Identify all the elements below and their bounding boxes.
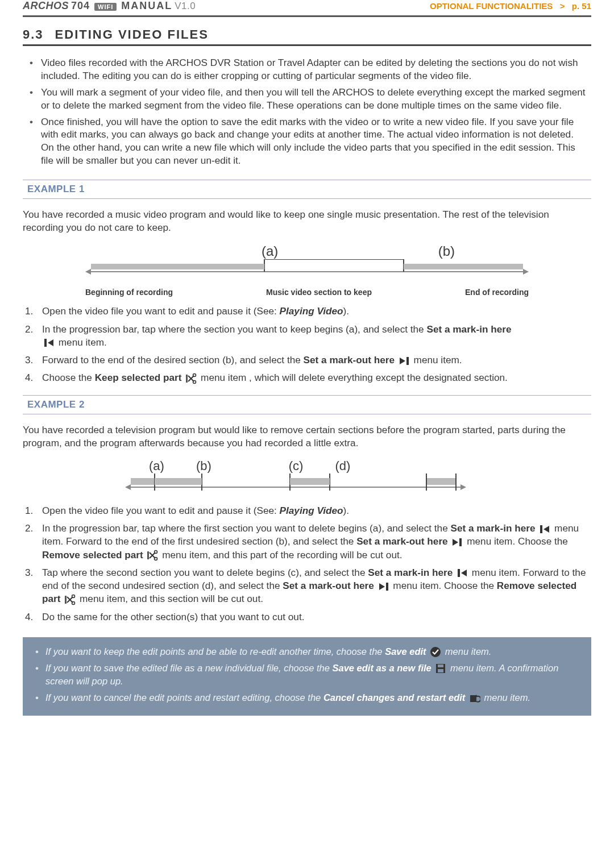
list-item: 4. Choose the Keep selected part menu it…	[25, 371, 589, 384]
header-right: OPTIONAL FUNCTIONALITIES > p. 51	[430, 1, 591, 11]
mark-in-icon	[43, 337, 55, 348]
mark-out-icon	[399, 355, 410, 367]
diagram-1-cap-mid: Music video section to keep	[266, 288, 372, 297]
svg-marker-12	[523, 269, 529, 275]
svg-rect-28	[426, 478, 456, 485]
text: menu item.	[411, 354, 462, 366]
svg-marker-10	[85, 269, 91, 275]
list-item: 4. Do the same for the other section(s) …	[25, 610, 589, 624]
text: menu item. Choose the	[464, 535, 567, 547]
diagram-1-label-a: (a)	[262, 243, 278, 259]
text: Choose the	[42, 372, 95, 383]
example-2-header: EXAMPLE 2	[23, 395, 591, 414]
text: In the progression bar, tap where the se…	[42, 323, 426, 335]
list-item: 1. Open the video file you want to edit …	[25, 504, 589, 517]
text: Tap where the second section you want to…	[42, 567, 368, 578]
text: If you want to keep the edit points and …	[45, 646, 385, 657]
header-left: ARCHOS 704 WIFI MANUAL V1.0	[23, 0, 196, 12]
cancel-changes-label: Cancel changes and restart edit	[323, 692, 465, 703]
text: If you want to save the edited file as a…	[45, 663, 332, 673]
text: menu item. Choose the	[391, 580, 497, 591]
text: Open the video file you want to edit and…	[42, 305, 280, 317]
example-1-steps: 1. Open the video file you want to edit …	[25, 305, 589, 384]
text: menu item, and this part of the recordin…	[159, 549, 402, 560]
text: ).	[343, 505, 350, 516]
check-icon	[430, 646, 441, 658]
text: menu item, and this section will be cut …	[77, 593, 263, 604]
svg-marker-18	[125, 484, 131, 490]
mark-in-icon	[539, 524, 550, 535]
set-mark-in-label: Set a mark-in here	[450, 522, 535, 534]
diagram-1-svg	[85, 259, 529, 282]
list-item: If you want to keep the edit points and …	[33, 645, 581, 658]
diagram-1-cap-end: End of recording	[465, 288, 529, 297]
list-item: If you want to save the edited file as a…	[33, 662, 581, 688]
wifi-badge: WIFI	[94, 3, 117, 11]
diagram-1-label-b: (b)	[438, 243, 455, 259]
manual-label: MANUAL	[121, 0, 172, 12]
text: menu item.	[442, 646, 491, 657]
svg-rect-16	[91, 264, 264, 269]
text: Open the video file you want to edit and…	[42, 505, 280, 516]
diagram-2-label-b: (b)	[196, 459, 211, 474]
text: ).	[343, 305, 350, 317]
text: menu item.	[482, 692, 530, 703]
version-label: V1.0	[175, 1, 196, 12]
list-item: 2. In the progression bar, tap where the…	[25, 323, 589, 349]
svg-rect-27	[290, 478, 330, 485]
set-mark-in-label: Set a mark-in here	[426, 323, 511, 335]
example-1-label: EXAMPLE 1	[27, 184, 85, 194]
example-2-label: EXAMPLE 2	[27, 399, 85, 410]
section-name: OPTIONAL FUNCTIONALITIES	[430, 1, 553, 11]
model-number: 704	[71, 0, 90, 12]
text: If you want to cancel the edit points an…	[45, 692, 323, 703]
keep-selected-label: Keep selected part	[95, 372, 182, 383]
diagram-1: (a) (b) Beginning of recording Music vid…	[85, 243, 529, 297]
diagram-2-label-d: (d)	[335, 459, 350, 474]
page-number: p. 51	[572, 1, 591, 11]
intro-bullet-list: Video files recorded with the ARCHOS DVR…	[25, 56, 589, 167]
section-title: 9.3 EDITING VIDEO FILES	[23, 27, 591, 42]
diagram-2: (a) (b) (c) (d)	[125, 459, 466, 496]
svg-marker-20	[460, 484, 466, 490]
set-mark-out-label: Set a mark-out here	[356, 535, 447, 547]
playing-video-link[interactable]: Playing Video	[280, 505, 343, 516]
text: menu item.	[56, 337, 107, 348]
scissors-icon	[64, 594, 76, 605]
remove-selected-label: Remove selected part	[42, 549, 143, 560]
svg-rect-24	[155, 478, 202, 485]
text: Do the same for the other section(s) tha…	[42, 611, 304, 622]
restart-icon	[469, 693, 480, 704]
set-mark-out-label: Set a mark-out here	[283, 580, 374, 591]
example-1-header: EXAMPLE 1	[23, 180, 591, 199]
svg-rect-17	[404, 264, 523, 269]
diagram-2-label-c: (c)	[289, 459, 304, 474]
list-item: 1. Open the video file you want to edit …	[25, 305, 589, 318]
text: Forward to the end of the desired sectio…	[42, 354, 304, 366]
list-item: If you want to cancel the edit points an…	[33, 691, 581, 704]
chevron-right-icon: >	[558, 1, 567, 11]
section-number: 9.3	[23, 27, 44, 42]
diagram-2-label-a: (a)	[149, 459, 164, 474]
list-item: 2. In the progression bar, tap where the…	[25, 522, 589, 562]
mark-out-icon	[378, 581, 389, 592]
list-item: Once finished, you will have the option …	[25, 115, 589, 168]
playing-video-link[interactable]: Playing Video	[280, 305, 343, 317]
header-divider	[23, 15, 591, 17]
set-mark-out-label: Set a mark-out here	[304, 354, 395, 366]
mark-in-icon	[457, 567, 468, 579]
list-item: You will mark a segment of your video fi…	[25, 86, 589, 112]
example-2-steps: 1. Open the video file you want to edit …	[25, 504, 589, 624]
list-item: 3. Tap where the second section you want…	[25, 566, 589, 606]
text: menu item , which will delete everything…	[198, 372, 508, 383]
diagram-2-svg	[125, 474, 466, 494]
diagram-1-cap-begin: Beginning of recording	[85, 288, 173, 297]
brand-logo: ARCHOS	[23, 0, 69, 12]
svg-rect-21	[131, 478, 155, 485]
save-as-new-file-label: Save edit as a new file	[332, 663, 431, 673]
scissors-icon	[185, 373, 197, 384]
save-icon	[435, 663, 446, 674]
notes-box: If you want to keep the edit points and …	[23, 637, 591, 716]
mark-out-icon	[451, 537, 463, 548]
scissors-icon	[147, 550, 158, 561]
